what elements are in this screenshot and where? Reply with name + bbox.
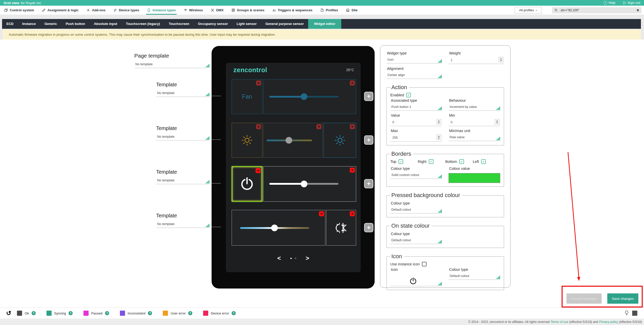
pressed-colour-type-dropdown[interactable]: Default colour xyxy=(390,208,442,213)
add-widget-button-row-4[interactable]: + xyxy=(364,223,373,232)
nav-device-types[interactable]: Device types xyxy=(113,6,139,15)
on-state-colour-type-dropdown[interactable]: Default colour xyxy=(390,238,442,244)
template-dropdown-4[interactable]: No template xyxy=(156,222,210,228)
colour-temp-slider-widget[interactable]: × xyxy=(263,123,323,158)
power-widget-selected[interactable]: × xyxy=(232,166,262,202)
warm-light-widget[interactable]: × xyxy=(232,123,262,158)
discard-changes-button[interactable]: Discard changes xyxy=(566,293,602,304)
delete-widget-icon[interactable]: × xyxy=(350,211,355,216)
associated-type-dropdown[interactable]: Push button 1 xyxy=(390,105,442,111)
heat-cool-widget[interactable]: × xyxy=(326,210,356,246)
help-icon[interactable]: ? xyxy=(105,311,109,315)
tunable-white-slider-thumb[interactable] xyxy=(271,225,278,231)
weight-stepper[interactable] xyxy=(498,57,504,62)
nav-dmx[interactable]: DMX xyxy=(211,6,224,15)
tab-instance[interactable]: Instance xyxy=(18,19,40,29)
search-input[interactable] xyxy=(560,8,635,12)
privacy-policy-link[interactable]: Privacy policy xyxy=(599,320,618,324)
tunable-white-slider-widget[interactable]: × xyxy=(232,210,325,246)
colour-temp-slider-thumb[interactable] xyxy=(286,137,292,144)
template-dropdown-1[interactable]: No template xyxy=(156,91,210,97)
max-stepper[interactable] xyxy=(436,134,441,140)
help-icon[interactable]: ? xyxy=(148,311,152,315)
page-dot[interactable]: ○ xyxy=(295,256,296,260)
fan-widget[interactable]: × Fan xyxy=(232,79,262,114)
delete-widget-icon[interactable]: × xyxy=(256,80,261,86)
alignment-dropdown[interactable]: Center align xyxy=(386,73,442,79)
tab-occupancy-sensor[interactable]: Occupancy sensor xyxy=(194,19,232,29)
lightbulb-icon[interactable] xyxy=(625,311,629,316)
profiles-filter-select[interactable]: All profiles ∨ xyxy=(515,7,542,14)
cool-light-widget[interactable]: × xyxy=(324,123,356,158)
border-top-checkbox[interactable]: ✓ xyxy=(399,159,403,164)
widget-type-dropdown[interactable]: Icon xyxy=(386,58,442,63)
border-left-checkbox[interactable]: ✓ xyxy=(481,159,486,164)
icon-colour-type-dropdown[interactable]: Default colour xyxy=(449,274,500,280)
template-dropdown-2[interactable]: No template xyxy=(156,135,210,141)
add-widget-button-row-3[interactable]: + xyxy=(364,179,373,188)
sign-out-button[interactable]: Sign out xyxy=(623,1,640,5)
add-widget-button-row-1[interactable]: + xyxy=(364,92,373,101)
tab-touchscreen[interactable]: Touchscreen xyxy=(164,19,194,29)
tab-absolute-input[interactable]: Absolute input xyxy=(89,19,121,29)
help-icon[interactable]: ? xyxy=(69,311,73,315)
level-slider-widget[interactable]: × xyxy=(263,166,356,202)
icon-dropdown[interactable] xyxy=(390,274,442,286)
enabled-checkbox[interactable]: ✓ xyxy=(406,93,411,97)
nav-assignment-logic[interactable]: Assignment & logic xyxy=(42,6,79,15)
nav-instance-types[interactable]: Instance types xyxy=(147,6,176,15)
tab-touchscreen-legacy[interactable]: Touchscreen (legacy) xyxy=(121,19,164,29)
delete-widget-icon[interactable]: × xyxy=(316,124,321,129)
min-input[interactable]: 0 xyxy=(449,120,500,126)
save-changes-button[interactable]: Save changes xyxy=(607,293,638,304)
help-icon[interactable]: ? xyxy=(232,311,236,315)
tab-generic[interactable]: Generic xyxy=(40,19,61,29)
next-page-button[interactable]: > xyxy=(306,255,309,262)
prev-page-button[interactable]: < xyxy=(277,255,281,262)
border-colour-swatch[interactable] xyxy=(449,173,500,183)
weight-input[interactable]: 1 xyxy=(449,58,504,64)
value-input[interactable]: 0 xyxy=(390,120,442,126)
page-dot-active[interactable]: ● xyxy=(290,256,292,260)
page-template-dropdown[interactable]: No template xyxy=(134,62,210,68)
min-stepper[interactable] xyxy=(495,119,500,125)
tab-light-sensor[interactable]: Light sensor xyxy=(232,19,261,29)
template-dropdown-3[interactable]: No template xyxy=(156,179,210,184)
delete-widget-icon[interactable]: × xyxy=(350,124,355,129)
level-slider-thumb[interactable] xyxy=(301,181,307,187)
clear-search-icon[interactable]: ✖ xyxy=(637,8,639,12)
delete-widget-icon[interactable]: × xyxy=(255,168,261,173)
delete-widget-icon[interactable]: × xyxy=(350,168,355,173)
value-stepper[interactable] xyxy=(436,119,441,125)
nav-add-ons[interactable]: Add-ons xyxy=(86,6,106,15)
max-input[interactable]: 255 xyxy=(390,135,442,142)
delete-widget-icon[interactable]: × xyxy=(350,80,355,86)
nav-site[interactable]: Site xyxy=(346,6,358,15)
behaviour-dropdown[interactable]: Increment by value xyxy=(449,105,500,111)
help-button[interactable]: ? Help xyxy=(603,1,615,5)
nav-profiles[interactable]: Profiles xyxy=(320,6,338,15)
nav-triggers-sequences[interactable]: Triggers & sequences xyxy=(272,6,312,15)
help-icon[interactable]: ? xyxy=(188,311,192,315)
terms-of-use-link[interactable]: Terms of use xyxy=(551,320,568,324)
border-colour-type-dropdown[interactable]: Solid custom colour xyxy=(390,173,442,179)
nav-control-system[interactable]: Control system xyxy=(4,6,34,15)
minmax-unit-dropdown[interactable]: Raw value xyxy=(449,135,500,141)
border-right-checkbox[interactable]: ✓ xyxy=(429,159,433,164)
border-bottom-checkbox[interactable]: ✓ xyxy=(459,159,464,164)
delete-widget-icon[interactable]: × xyxy=(319,211,324,216)
tab-ecd[interactable]: ECD xyxy=(2,19,18,29)
theme-swatch[interactable] xyxy=(632,311,637,316)
nav-wireless[interactable]: Wireless xyxy=(184,6,203,15)
nav-groups-scenes[interactable]: Groups & scenes xyxy=(231,6,264,15)
add-widget-button-row-2[interactable]: + xyxy=(364,135,373,145)
tab-widget-editor[interactable]: Widget editor xyxy=(308,19,341,29)
delete-widget-icon[interactable]: × xyxy=(256,124,261,129)
fan-slider-widget[interactable]: × xyxy=(263,79,356,114)
tab-general-purpose-sensor[interactable]: General purpose sensor xyxy=(261,19,308,29)
help-icon[interactable]: ? xyxy=(32,311,36,315)
history-icon[interactable]: ↺ xyxy=(6,310,11,316)
tab-push-button[interactable]: Push button xyxy=(61,19,90,29)
use-instance-icon-checkbox[interactable] xyxy=(422,262,427,266)
fan-slider-thumb[interactable] xyxy=(301,93,307,100)
